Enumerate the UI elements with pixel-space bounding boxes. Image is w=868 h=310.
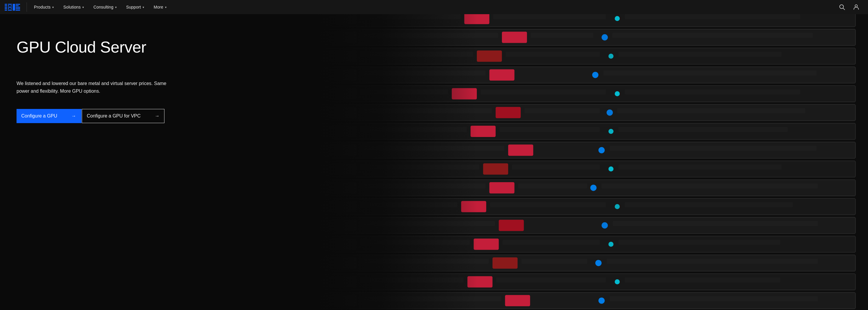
svg-rect-123 [492, 257, 518, 269]
nav-item-more[interactable]: More ▾ [149, 0, 171, 14]
search-icon [839, 4, 845, 10]
svg-rect-99 [602, 183, 818, 188]
svg-rect-112 [613, 221, 818, 226]
svg-point-23 [855, 5, 857, 7]
svg-rect-72 [617, 108, 805, 113]
svg-rect-36 [493, 14, 606, 19]
svg-point-105 [615, 204, 620, 209]
svg-rect-2 [5, 7, 7, 8]
svg-rect-52 [619, 52, 781, 57]
svg-point-118 [609, 242, 614, 247]
svg-point-98 [590, 185, 596, 191]
nav-item-consulting[interactable]: Consulting ▾ [89, 0, 122, 14]
nav-products-label: Products [34, 5, 51, 9]
svg-rect-19 [16, 10, 19, 11]
chevron-down-icon: ▾ [115, 6, 117, 9]
svg-rect-58 [603, 70, 817, 75]
svg-rect-90 [512, 164, 600, 169]
hero-title: GPU Cloud Server [17, 38, 417, 56]
configure-gpu-vpc-button[interactable]: Configure a GPU for VPC → [82, 109, 164, 123]
svg-point-44 [602, 34, 608, 40]
svg-point-71 [607, 110, 613, 116]
svg-rect-3 [5, 8, 7, 9]
svg-rect-131 [496, 278, 606, 283]
nav-items: Products ▾ Solutions ▾ Consulting ▾ Supp… [29, 0, 835, 14]
svg-rect-13 [16, 4, 19, 5]
svg-point-51 [609, 54, 614, 59]
svg-rect-69 [496, 107, 521, 118]
nav-item-solutions[interactable]: Solutions ▾ [59, 0, 89, 14]
svg-rect-137 [505, 295, 530, 306]
svg-rect-4 [5, 10, 7, 11]
chevron-down-icon: ▾ [52, 6, 54, 9]
nav-item-support[interactable]: Support ▾ [121, 0, 149, 14]
svg-rect-42 [502, 32, 527, 43]
configure-gpu-button[interactable]: Configure a GPU → [17, 109, 82, 123]
configure-gpu-label: Configure a GPU [21, 113, 57, 119]
hero-buttons: Configure a GPU → Configure a GPU for VP… [17, 109, 417, 123]
hero-section: GPU Cloud Server We listened and lowered… [0, 14, 868, 310]
nav-divider [27, 2, 27, 12]
svg-point-84 [598, 147, 604, 153]
ibm-logo[interactable] [5, 4, 22, 11]
svg-point-132 [615, 279, 620, 284]
svg-rect-70 [524, 108, 600, 113]
svg-rect-92 [619, 164, 781, 169]
arrow-icon: → [155, 113, 159, 119]
svg-rect-96 [490, 182, 515, 193]
svg-rect-15 [16, 5, 19, 6]
svg-point-125 [595, 260, 601, 266]
svg-rect-11 [8, 10, 12, 11]
svg-rect-0 [5, 4, 7, 5]
svg-rect-38 [625, 14, 800, 19]
svg-rect-5 [8, 4, 12, 5]
svg-rect-63 [480, 89, 606, 94]
svg-rect-10 [11, 8, 12, 9]
nav-more-label: More [154, 5, 163, 9]
svg-rect-83 [508, 145, 533, 156]
svg-rect-56 [490, 69, 515, 81]
svg-point-138 [598, 298, 604, 304]
navbar: Products ▾ Solutions ▾ Consulting ▾ Supp… [0, 0, 868, 14]
svg-rect-9 [8, 8, 9, 9]
svg-point-37 [615, 16, 620, 21]
nav-consulting-label: Consulting [94, 5, 114, 9]
svg-rect-1 [5, 5, 7, 6]
svg-rect-45 [612, 33, 813, 38]
svg-rect-133 [625, 278, 780, 283]
chevron-down-icon: ▾ [82, 6, 84, 9]
svg-rect-14 [19, 4, 20, 5]
configure-gpu-vpc-label: Configure a GPU for VPC [87, 113, 141, 119]
nav-support-label: Support [126, 5, 141, 9]
svg-rect-139 [610, 296, 818, 301]
nav-item-products[interactable]: Products ▾ [29, 0, 59, 14]
svg-rect-6 [8, 5, 9, 6]
svg-point-78 [609, 129, 614, 134]
svg-rect-50 [506, 52, 600, 57]
svg-rect-79 [619, 127, 788, 132]
svg-rect-77 [499, 127, 600, 132]
arrow-icon: → [71, 113, 76, 119]
svg-rect-110 [499, 220, 524, 231]
nav-actions [835, 0, 863, 14]
nav-solutions-label: Solutions [63, 5, 81, 9]
hero-description: We listened and lowered our bare metal a… [17, 80, 170, 95]
svg-rect-104 [490, 202, 606, 207]
svg-rect-119 [619, 240, 780, 245]
svg-line-22 [843, 8, 845, 10]
svg-rect-97 [518, 183, 587, 188]
svg-rect-7 [11, 5, 12, 6]
svg-point-111 [602, 222, 608, 228]
svg-rect-126 [607, 259, 818, 264]
svg-rect-43 [531, 33, 593, 38]
user-icon [853, 4, 859, 10]
svg-rect-65 [625, 89, 800, 94]
svg-point-91 [609, 166, 614, 172]
svg-rect-20 [19, 10, 20, 11]
user-button[interactable] [849, 0, 863, 14]
hero-text-container: GPU Cloud Server We listened and lowered… [0, 14, 434, 310]
svg-rect-85 [610, 146, 817, 151]
svg-rect-17 [16, 8, 19, 9]
svg-rect-106 [625, 202, 793, 207]
search-button[interactable] [835, 0, 849, 14]
